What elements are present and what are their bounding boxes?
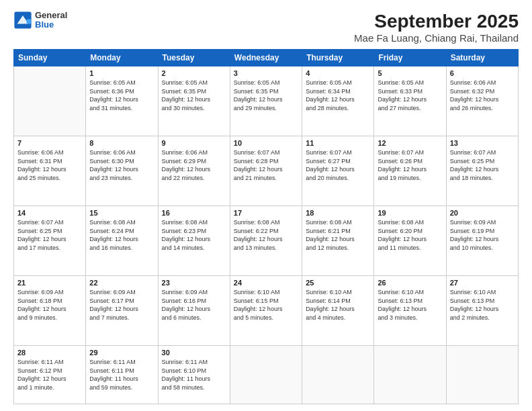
day-number: 2 [162,69,226,77]
day-info: Sunrise: 6:11 AMSunset: 6:10 PMDaylight:… [162,358,226,392]
day-number: 11 [306,139,370,147]
calendar-cell: 28Sunrise: 6:11 AMSunset: 6:12 PMDayligh… [14,346,86,404]
col-thursday: Thursday [302,50,374,66]
day-info: Sunrise: 6:07 AMSunset: 6:27 PMDaylight:… [306,148,370,182]
day-info: Sunrise: 6:11 AMSunset: 6:11 PMDaylight:… [89,358,154,392]
day-number: 17 [234,209,298,217]
calendar-row-3: 21Sunrise: 6:09 AMSunset: 6:18 PMDayligh… [14,276,519,346]
calendar-cell: 12Sunrise: 6:07 AMSunset: 6:26 PMDayligh… [374,136,446,206]
day-info: Sunrise: 6:10 AMSunset: 6:13 PMDaylight:… [378,288,442,322]
calendar-cell: 30Sunrise: 6:11 AMSunset: 6:10 PMDayligh… [158,346,230,404]
day-info: Sunrise: 6:10 AMSunset: 6:15 PMDaylight:… [234,288,298,322]
calendar-row-4: 28Sunrise: 6:11 AMSunset: 6:12 PMDayligh… [14,346,519,404]
col-monday: Monday [86,50,158,66]
col-sunday: Sunday [14,50,86,66]
day-number: 27 [450,279,515,287]
calendar-cell: 16Sunrise: 6:08 AMSunset: 6:23 PMDayligh… [158,206,230,276]
logo-icon [13,11,32,30]
calendar-cell: 3Sunrise: 6:05 AMSunset: 6:35 PMDaylight… [230,66,302,136]
day-info: Sunrise: 6:08 AMSunset: 6:21 PMDaylight:… [306,218,370,252]
day-number: 25 [306,279,370,287]
calendar-cell: 29Sunrise: 6:11 AMSunset: 6:11 PMDayligh… [86,346,158,404]
calendar-cell: 4Sunrise: 6:05 AMSunset: 6:34 PMDaylight… [302,66,374,136]
calendar-header-row: Sunday Monday Tuesday Wednesday Thursday… [14,50,519,66]
day-number: 10 [234,139,298,147]
day-number: 15 [89,209,154,217]
calendar-row-1: 7Sunrise: 6:06 AMSunset: 6:31 PMDaylight… [14,136,519,206]
page-header: General Blue September 2025 Mae Fa Luang… [13,11,519,44]
day-info: Sunrise: 6:08 AMSunset: 6:20 PMDaylight:… [378,218,442,252]
day-number: 22 [89,279,154,287]
day-info: Sunrise: 6:06 AMSunset: 6:31 PMDaylight:… [17,148,82,182]
calendar-cell: 26Sunrise: 6:10 AMSunset: 6:13 PMDayligh… [374,276,446,346]
day-info: Sunrise: 6:05 AMSunset: 6:33 PMDaylight:… [378,79,442,112]
calendar-cell: 9Sunrise: 6:06 AMSunset: 6:29 PMDaylight… [158,136,230,206]
day-number: 21 [17,279,82,287]
day-info: Sunrise: 6:05 AMSunset: 6:35 PMDaylight:… [162,79,226,112]
logo-general: General [35,11,67,20]
calendar-cell: 23Sunrise: 6:09 AMSunset: 6:16 PMDayligh… [158,276,230,346]
day-info: Sunrise: 6:10 AMSunset: 6:14 PMDaylight:… [306,288,370,322]
col-wednesday: Wednesday [230,50,302,66]
calendar-cell [14,66,86,136]
day-number: 3 [234,69,298,77]
calendar-cell: 6Sunrise: 6:06 AMSunset: 6:32 PMDaylight… [446,66,518,136]
calendar-cell: 20Sunrise: 6:09 AMSunset: 6:19 PMDayligh… [446,206,518,276]
calendar-cell: 11Sunrise: 6:07 AMSunset: 6:27 PMDayligh… [302,136,374,206]
day-info: Sunrise: 6:06 AMSunset: 6:32 PMDaylight:… [450,79,515,112]
day-info: Sunrise: 6:06 AMSunset: 6:30 PMDaylight:… [89,148,154,182]
calendar-cell [230,346,302,404]
day-number: 24 [234,279,298,287]
day-info: Sunrise: 6:09 AMSunset: 6:18 PMDaylight:… [17,288,82,322]
day-number: 6 [450,69,515,77]
calendar-row-2: 14Sunrise: 6:07 AMSunset: 6:25 PMDayligh… [14,206,519,276]
calendar-cell [446,346,518,404]
calendar-cell: 18Sunrise: 6:08 AMSunset: 6:21 PMDayligh… [302,206,374,276]
day-info: Sunrise: 6:07 AMSunset: 6:26 PMDaylight:… [378,148,442,182]
calendar-cell: 27Sunrise: 6:10 AMSunset: 6:13 PMDayligh… [446,276,518,346]
calendar-cell: 21Sunrise: 6:09 AMSunset: 6:18 PMDayligh… [14,276,86,346]
calendar-cell: 8Sunrise: 6:06 AMSunset: 6:30 PMDaylight… [86,136,158,206]
calendar-cell: 19Sunrise: 6:08 AMSunset: 6:20 PMDayligh… [374,206,446,276]
calendar-cell: 14Sunrise: 6:07 AMSunset: 6:25 PMDayligh… [14,206,86,276]
logo-text: General Blue [35,11,67,30]
day-info: Sunrise: 6:11 AMSunset: 6:12 PMDaylight:… [17,358,82,392]
calendar-cell: 5Sunrise: 6:05 AMSunset: 6:33 PMDaylight… [374,66,446,136]
day-info: Sunrise: 6:07 AMSunset: 6:25 PMDaylight:… [17,218,82,252]
calendar-cell: 22Sunrise: 6:09 AMSunset: 6:17 PMDayligh… [86,276,158,346]
day-info: Sunrise: 6:08 AMSunset: 6:23 PMDaylight:… [162,218,226,252]
day-info: Sunrise: 6:08 AMSunset: 6:24 PMDaylight:… [89,218,154,252]
day-info: Sunrise: 6:08 AMSunset: 6:22 PMDaylight:… [234,218,298,252]
day-number: 13 [450,139,515,147]
day-number: 12 [378,139,442,147]
day-number: 23 [162,279,226,287]
page-subtitle: Mae Fa Luang, Chiang Rai, Thailand [354,32,519,44]
calendar-cell: 7Sunrise: 6:06 AMSunset: 6:31 PMDaylight… [14,136,86,206]
day-number: 19 [378,209,442,217]
day-number: 18 [306,209,370,217]
day-info: Sunrise: 6:10 AMSunset: 6:13 PMDaylight:… [450,288,515,322]
day-number: 20 [450,209,515,217]
calendar-cell: 10Sunrise: 6:07 AMSunset: 6:28 PMDayligh… [230,136,302,206]
calendar-cell: 2Sunrise: 6:05 AMSunset: 6:35 PMDaylight… [158,66,230,136]
col-tuesday: Tuesday [158,50,230,66]
day-info: Sunrise: 6:09 AMSunset: 6:17 PMDaylight:… [89,288,154,322]
day-info: Sunrise: 6:09 AMSunset: 6:16 PMDaylight:… [162,288,226,322]
day-number: 9 [162,139,226,147]
day-number: 4 [306,69,370,77]
calendar-cell: 13Sunrise: 6:07 AMSunset: 6:25 PMDayligh… [446,136,518,206]
day-number: 5 [378,69,442,77]
logo: General Blue [13,11,67,30]
calendar-cell: 15Sunrise: 6:08 AMSunset: 6:24 PMDayligh… [86,206,158,276]
day-info: Sunrise: 6:07 AMSunset: 6:25 PMDaylight:… [450,148,515,182]
day-number: 28 [17,349,82,357]
title-block: September 2025 Mae Fa Luang, Chiang Rai,… [354,11,519,44]
day-number: 14 [17,209,82,217]
page-title: September 2025 [354,11,519,32]
svg-rect-2 [27,19,32,24]
day-number: 8 [89,139,154,147]
calendar-cell: 17Sunrise: 6:08 AMSunset: 6:22 PMDayligh… [230,206,302,276]
day-number: 30 [162,349,226,357]
calendar-cell: 25Sunrise: 6:10 AMSunset: 6:14 PMDayligh… [302,276,374,346]
col-saturday: Saturday [446,50,518,66]
